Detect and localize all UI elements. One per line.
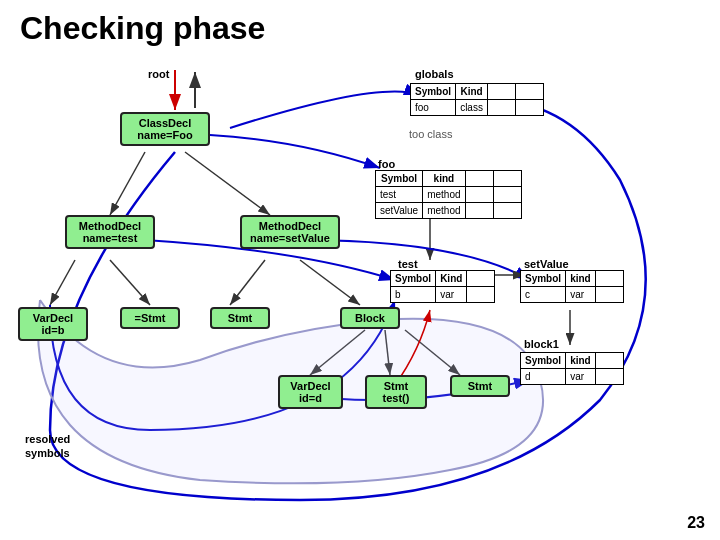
globals-col-symbol: Symbol	[411, 84, 456, 100]
globals-col-kind: Kind	[456, 84, 488, 100]
setvalue-col-kind: kind	[566, 271, 596, 287]
globals-row1-extra2	[515, 100, 543, 116]
test-col-symbol: Symbol	[391, 271, 436, 287]
page-number: 23	[687, 514, 705, 532]
setvalue-row1-symbol: c	[521, 287, 566, 303]
too-class-label: too class	[409, 128, 452, 140]
root-label: root	[148, 68, 169, 80]
globals-col-extra2	[515, 84, 543, 100]
block1-table: Symbol kind d var	[520, 352, 624, 385]
globals-row1-extra1	[487, 100, 515, 116]
svg-line-17	[310, 330, 365, 375]
stmt-right-node: Stmt	[450, 375, 510, 397]
globals-table: Symbol Kind foo class	[410, 83, 544, 116]
svg-line-14	[110, 260, 150, 305]
foo-row2-extra2	[493, 203, 521, 219]
svg-line-13	[50, 260, 75, 305]
foo-row1-extra2	[493, 187, 521, 203]
setvalue-col-symbol: Symbol	[521, 271, 566, 287]
stmt-left-node: Stmt	[210, 307, 270, 329]
block1-col-symbol: Symbol	[521, 353, 566, 369]
svg-line-8	[110, 152, 145, 215]
classdecl-node: ClassDeclname=Foo	[120, 112, 210, 146]
test-row1-extra1	[467, 287, 495, 303]
methoddecl-test-node: MethodDeclname=test	[65, 215, 155, 249]
block1-row1-symbol: d	[521, 369, 566, 385]
foo-row2-kind: method	[423, 203, 465, 219]
setvalue-col-extra1	[595, 271, 623, 287]
svg-line-18	[385, 330, 390, 375]
test-table: Symbol Kind b var	[390, 270, 495, 303]
block1-row1-extra1	[595, 369, 623, 385]
svg-line-9	[185, 152, 270, 215]
page-title: Checking phase	[0, 0, 720, 57]
block1-col-extra1	[595, 353, 623, 369]
vardecl-d-node: VarDeclid=d	[278, 375, 343, 409]
foo-col-extra2	[493, 171, 521, 187]
resolved-symbols-label: resolvedsymbols	[25, 432, 70, 461]
setvalue-row1-extra1	[595, 287, 623, 303]
test-label: test	[398, 258, 418, 270]
block1-col-kind: kind	[566, 353, 596, 369]
svg-line-19	[405, 330, 460, 375]
foo-row2-extra1	[465, 203, 493, 219]
block1-label: block1	[524, 338, 559, 350]
svg-line-15	[230, 260, 265, 305]
block-node: Block	[340, 307, 400, 329]
foo-col-kind: kind	[423, 171, 465, 187]
globals-label: globals	[415, 68, 454, 80]
foo-row1-extra1	[465, 187, 493, 203]
globals-row1-kind: class	[456, 100, 488, 116]
foo-row1-symbol: test	[376, 187, 423, 203]
setvalue-label: setValue	[524, 258, 569, 270]
foo-col-symbol: Symbol	[376, 171, 423, 187]
foo-row1-kind: method	[423, 187, 465, 203]
globals-col-extra1	[487, 84, 515, 100]
block1-row1-kind: var	[566, 369, 596, 385]
foo-row2-symbol: setValue	[376, 203, 423, 219]
globals-row1-symbol: foo	[411, 100, 456, 116]
setvalue-row1-kind: var	[566, 287, 596, 303]
setvalue-table: Symbol kind c var	[520, 270, 624, 303]
test-row1-kind: var	[436, 287, 467, 303]
foo-label: foo	[378, 158, 395, 170]
methoddecl-setvalue-node: MethodDeclname=setValue	[240, 215, 340, 249]
foo-col-extra1	[465, 171, 493, 187]
foo-table: Symbol kind test method setValue method	[375, 170, 522, 219]
vardecl-b-node: VarDeclid=b	[18, 307, 88, 341]
svg-line-16	[300, 260, 360, 305]
test-row1-symbol: b	[391, 287, 436, 303]
stmt-assign-node: =Stmt	[120, 307, 180, 329]
test-col-kind: Kind	[436, 271, 467, 287]
stmt-test-call-node: Stmttest()	[365, 375, 427, 409]
test-col-extra1	[467, 271, 495, 287]
